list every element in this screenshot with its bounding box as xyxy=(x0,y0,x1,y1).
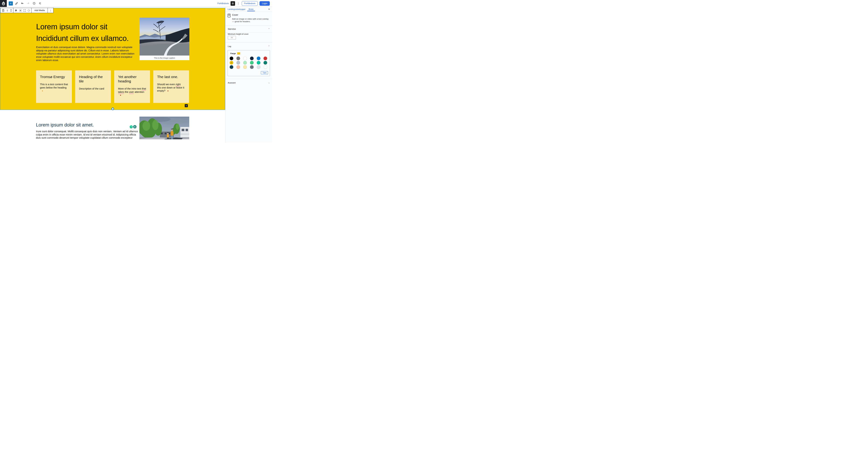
panel-storrelse-title: Størrelse xyxy=(228,28,236,30)
card-last-one[interactable]: The last one. Should we even right this … xyxy=(153,70,189,103)
cover-paragraph[interactable]: Exercitation et duis consequat esse dolo… xyxy=(36,46,138,62)
drag-handle-icon[interactable] xyxy=(5,8,9,12)
color-palette: ✓ xyxy=(229,57,268,69)
color-swatch-yellow-selected[interactable]: ✓ xyxy=(230,61,233,65)
section2-image-figure[interactable] xyxy=(140,117,189,139)
color-swatch-slate[interactable] xyxy=(250,65,254,69)
block-title: Cover xyxy=(232,13,269,16)
card-heading: Tromsø Energy xyxy=(40,75,68,79)
block-toolbar: Add Media ⋮ xyxy=(0,8,54,13)
min-height-input[interactable]: PX xyxy=(228,36,236,39)
color-swatch-cream[interactable] xyxy=(243,65,247,69)
grammarly-widget[interactable]: ⬧ G xyxy=(129,124,136,129)
full-height-toggle-icon[interactable] xyxy=(22,8,27,12)
color-swatch-mint[interactable] xyxy=(243,61,247,65)
card-heading-of-tile[interactable]: Heading of the tile Description of the c… xyxy=(75,70,111,103)
cover-block-type-icon[interactable] xyxy=(1,8,5,12)
block-toolbar-group-options: ⋮ xyxy=(48,8,53,13)
more-options-kebab-icon[interactable]: ⋮ xyxy=(237,2,240,5)
move-up-icon[interactable] xyxy=(10,9,12,10)
details-info-icon[interactable] xyxy=(32,1,36,6)
sidebar-divider xyxy=(225,7,225,142)
grammarly-g-icon[interactable]: G xyxy=(133,125,136,128)
preview-button[interactable]: Forhåndsvis xyxy=(242,1,258,6)
cover-image-figure[interactable]: This is the image caption xyxy=(140,18,189,60)
edit-mode-pencil-icon[interactable] xyxy=(14,1,19,6)
chevron-up-icon: ⌃ xyxy=(268,28,270,30)
panel-lag-header[interactable]: Lag ⌃ xyxy=(225,43,272,50)
color-swatch-peach[interactable] xyxy=(237,65,240,69)
move-down-icon[interactable] xyxy=(10,10,12,12)
color-swatch-black[interactable] xyxy=(230,57,233,60)
color-swatch-offwhite[interactable] xyxy=(264,65,267,69)
min-height-label: Minimum height of cover xyxy=(228,33,270,35)
color-swatch-white[interactable] xyxy=(243,57,247,60)
undo-icon[interactable] xyxy=(20,1,25,6)
drupal-logo[interactable] xyxy=(0,0,7,7)
content-position-icon[interactable] xyxy=(14,8,18,12)
grammarly-suggestion-bulb-icon[interactable]: ⬧ xyxy=(130,125,133,128)
block-toolbar-group-block xyxy=(0,8,13,13)
cover-block[interactable]: Lorem ipsum dolor sit Incididunt cillum … xyxy=(0,8,225,110)
change-position-grid-icon[interactable] xyxy=(18,8,22,12)
tab-landingssidebygger[interactable]: Landingssidebygger xyxy=(227,7,245,11)
section2-heading[interactable]: Lorem ipsum dolor sit amet. xyxy=(36,122,94,128)
close-sidebar-icon[interactable]: ✕ xyxy=(268,8,270,10)
duotone-filter-icon[interactable] xyxy=(27,8,31,12)
block-appender-button[interactable]: + xyxy=(185,104,188,107)
color-swatch-silver[interactable] xyxy=(257,65,260,69)
color-swatch-teal[interactable] xyxy=(264,61,267,65)
panel-storrelse-header[interactable]: Størrelse ⌃ xyxy=(225,26,272,33)
spellcheck-dot xyxy=(42,90,43,92)
block-description: Add an image or video with a text overla… xyxy=(232,18,269,23)
panel-storrelse-body: Minimum height of cover PX xyxy=(225,33,272,43)
image-caption[interactable]: This is the image caption xyxy=(140,56,189,60)
cover-block-icon xyxy=(227,14,230,18)
block-toolbar-group-settings xyxy=(13,8,32,13)
panel-avansert-title: Avansert xyxy=(228,82,236,84)
preview-link[interactable]: Forhåndsvis xyxy=(218,2,229,5)
card-body: Should we even right this one down or le… xyxy=(157,83,185,93)
settings-gear-button[interactable]: ⚙ xyxy=(230,1,235,6)
farge-label: Farge xyxy=(230,53,236,55)
color-swatch-teal-green[interactable] xyxy=(257,61,260,65)
add-media-button[interactable]: Add Media xyxy=(32,8,47,13)
inserter-toggle-button[interactable]: + xyxy=(9,1,13,5)
clear-color-button[interactable]: Tøm xyxy=(261,71,268,74)
layer-color-box: Farge ✓ xyxy=(227,50,270,76)
list-view-outline-icon[interactable] xyxy=(37,1,42,6)
cover-heading-line1: Lorem ipsum dolor sit xyxy=(36,22,107,31)
panel-lag: Lag ⌃ Farge ✓ xyxy=(225,43,272,79)
selected-color-swatch[interactable] xyxy=(237,53,240,55)
panel-lag-title: Lag xyxy=(228,45,231,47)
card-heading: The last one. xyxy=(157,75,185,79)
color-swatch-navy[interactable] xyxy=(250,57,254,60)
color-swatch-dark-teal[interactable] xyxy=(230,65,233,69)
card-heading: Heading of the tile xyxy=(79,75,107,83)
color-swatch-green[interactable] xyxy=(250,61,254,65)
chevron-down-icon: ⌄ xyxy=(268,82,270,84)
redo-icon xyxy=(26,1,31,6)
color-swatch-red[interactable] xyxy=(264,57,267,60)
header-right-tools: Forhåndsvis ⚙ ⋮ Forhåndsvis Lagre xyxy=(218,1,272,6)
section2-paragraph[interactable]: Irure sunt dolor consequat. Mollit conse… xyxy=(36,130,139,139)
panel-avansert-header[interactable]: Avansert ⌄ xyxy=(225,79,272,86)
gear-icon: ⚙ xyxy=(232,2,234,5)
color-swatch-lightgray[interactable] xyxy=(237,61,240,65)
color-swatch-gray[interactable] xyxy=(237,57,240,60)
cover-resize-handle[interactable] xyxy=(112,107,114,110)
people-walking-image xyxy=(140,117,189,139)
block-info-card: Cover Add an image or video with a text … xyxy=(225,11,272,26)
cover-heading[interactable]: Lorem ipsum dolor sit Incididunt cillum … xyxy=(36,21,129,44)
card-body: Description of the card xyxy=(79,87,107,90)
card-heading: Yet another heading xyxy=(118,75,141,83)
settings-sidebar: Landingssidebygger Blokk ✕ Cover Add an … xyxy=(225,7,272,142)
color-swatch-blue[interactable] xyxy=(257,57,260,60)
block-options-kebab-icon[interactable]: ⋮ xyxy=(49,8,53,12)
tab-blokk[interactable]: Blokk xyxy=(249,7,253,11)
block-toolbar-group-media: Add Media xyxy=(32,8,48,13)
save-button[interactable]: Lagre xyxy=(259,1,270,6)
sunset-road-image xyxy=(140,18,189,56)
card-yet-another[interactable]: Yet another heading More of the intro te… xyxy=(114,70,150,103)
card-tromso-energy[interactable]: Tromsø Energy This is a test content tha… xyxy=(36,70,72,103)
